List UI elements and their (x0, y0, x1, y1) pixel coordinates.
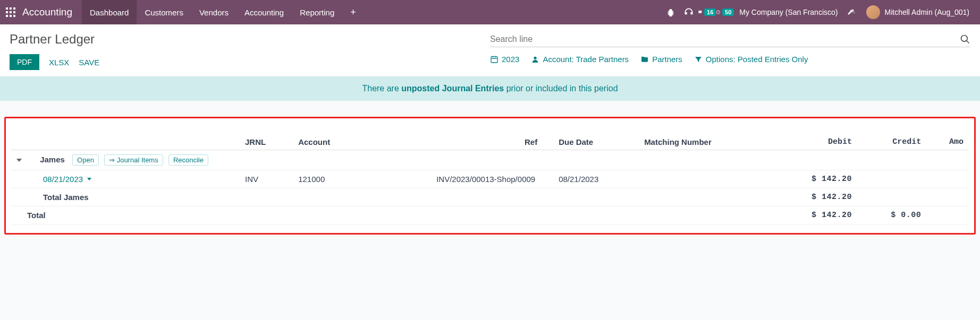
user-icon (531, 55, 539, 64)
partner-total-debit: $ 142.20 (771, 188, 857, 206)
filter-options[interactable]: Options: Posted Entries Only (694, 55, 808, 64)
svg-rect-8 (13, 15, 15, 17)
col-ref: Ref (431, 134, 553, 150)
grand-total-label: Total (11, 206, 240, 224)
app-brand[interactable]: Accounting (22, 6, 72, 18)
ledger-line: 08/21/2023 INV 121000 INV/2023/00013-Sho… (11, 170, 969, 188)
filter-partners[interactable]: Partners (640, 55, 682, 64)
svg-rect-4 (10, 11, 12, 13)
messages-icon[interactable]: 16 (698, 7, 716, 17)
support-icon[interactable] (680, 7, 698, 18)
menu-customers[interactable]: Customers (137, 0, 191, 24)
tools-icon[interactable] (843, 7, 861, 17)
svg-rect-5 (13, 11, 15, 13)
partner-row: James Open ⇒ Journal Items Reconcile (11, 150, 969, 170)
search-bar (490, 32, 970, 47)
avatar (866, 5, 880, 19)
activities-badge: 50 (722, 8, 734, 16)
svg-rect-7 (10, 15, 12, 17)
report-frame: JRNL Account Ref Due Date Matching Numbe… (4, 117, 976, 235)
line-account: 121000 (293, 170, 431, 188)
svg-rect-6 (6, 15, 8, 17)
collapse-icon[interactable] (16, 159, 22, 162)
svg-rect-0 (6, 7, 8, 10)
search-icon[interactable] (960, 34, 970, 45)
activities-icon[interactable]: 50 (716, 7, 734, 17)
col-credit: Credit (857, 134, 926, 150)
svg-rect-1 (10, 7, 12, 10)
partner-total-label: Total James (11, 188, 240, 206)
bug-icon[interactable] (662, 7, 680, 17)
unposted-banner[interactable]: There are unposted Journal Entries prior… (0, 76, 980, 101)
apps-icon[interactable] (5, 7, 16, 18)
add-menu-icon[interactable]: + (342, 7, 364, 18)
user-name: Mitchell Admin (Aug_001) (884, 8, 969, 16)
col-amount: Amo (926, 134, 969, 150)
page-title: Partner Ledger (10, 32, 490, 47)
col-due: Due Date (553, 134, 639, 150)
company-switcher[interactable]: My Company (San Francisco) (734, 8, 843, 16)
grand-total-row: Total $ 142.20 $ 0.00 (11, 206, 969, 224)
line-due: 08/21/2023 (553, 170, 639, 188)
line-debit: $ 142.20 (771, 170, 857, 188)
save-button[interactable]: SAVE (79, 58, 99, 67)
partner-total-row: Total James $ 142.20 (11, 188, 969, 206)
line-ref: INV/2023/00013-Shop/0009 (431, 170, 553, 188)
col-jrnl: JRNL (240, 134, 293, 150)
grand-total-debit: $ 142.20 (771, 206, 857, 224)
user-menu[interactable]: Mitchell Admin (Aug_001) (861, 5, 975, 19)
col-debit: Debit (771, 134, 857, 150)
xlsx-button[interactable]: XLSX (49, 58, 69, 67)
search-input[interactable] (490, 34, 960, 44)
line-date[interactable]: 08/21/2023 (43, 175, 91, 184)
calendar-icon (490, 55, 499, 64)
filter-date[interactable]: 2023 (490, 55, 519, 64)
messages-badge: 16 (704, 8, 716, 16)
ledger-table: JRNL Account Ref Due Date Matching Numbe… (11, 134, 969, 224)
filter-icon (694, 55, 703, 64)
folder-icon (640, 55, 649, 64)
open-button[interactable]: Open (72, 154, 99, 166)
svg-point-10 (961, 36, 968, 42)
svg-rect-3 (6, 11, 8, 13)
col-matching: Matching Number (639, 134, 771, 150)
svg-rect-2 (13, 7, 15, 10)
pdf-button[interactable]: PDF (10, 54, 39, 70)
reconcile-button[interactable]: Reconcile (168, 154, 208, 166)
filter-account[interactable]: Account: Trade Partners (531, 55, 629, 64)
menu-reporting[interactable]: Reporting (292, 0, 342, 24)
partner-name[interactable]: James (40, 155, 65, 164)
menu-accounting[interactable]: Accounting (236, 0, 292, 24)
line-jrnl: INV (240, 170, 293, 188)
col-account: Account (293, 134, 431, 150)
menu-dashboard[interactable]: Dashboard (82, 0, 137, 24)
menu-vendors[interactable]: Vendors (191, 0, 236, 24)
journal-items-button[interactable]: ⇒ Journal Items (104, 154, 163, 166)
sub-header: Partner Ledger PDF XLSX SAVE 2023 Accoun… (0, 24, 980, 75)
svg-line-11 (967, 41, 969, 44)
grand-total-credit: $ 0.00 (857, 206, 926, 224)
main-navbar: Accounting Dashboard Customers Vendors A… (0, 0, 980, 24)
